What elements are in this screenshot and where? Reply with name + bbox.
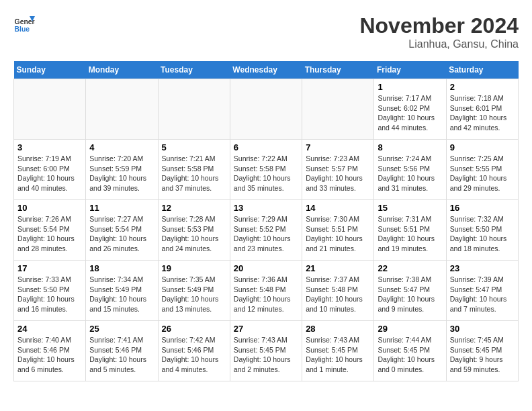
week-row-1: 1Sunrise: 7:17 AM Sunset: 6:02 PM Daylig… [14, 79, 519, 140]
day-info: Sunrise: 7:37 AM Sunset: 5:48 PM Dayligh… [306, 275, 370, 314]
day-info: Sunrise: 7:30 AM Sunset: 5:51 PM Dayligh… [306, 214, 370, 254]
calendar-cell: 7Sunrise: 7:23 AM Sunset: 5:57 PM Daylig… [302, 140, 374, 200]
calendar-cell: 21Sunrise: 7:37 AM Sunset: 5:48 PM Dayli… [302, 261, 374, 321]
calendar-cell: 27Sunrise: 7:43 AM Sunset: 5:45 PM Dayli… [230, 321, 302, 381]
calendar-cell: 3Sunrise: 7:19 AM Sunset: 6:00 PM Daylig… [14, 140, 86, 200]
day-info: Sunrise: 7:42 AM Sunset: 5:46 PM Dayligh… [162, 335, 226, 375]
weekday-header-tuesday: Tuesday [158, 61, 230, 79]
calendar-cell: 15Sunrise: 7:31 AM Sunset: 5:51 PM Dayli… [374, 200, 446, 261]
weekday-header-wednesday: Wednesday [230, 61, 302, 79]
day-info: Sunrise: 7:39 AM Sunset: 5:47 PM Dayligh… [450, 275, 515, 314]
logo: General Blue [13, 13, 38, 35]
calendar-cell: 12Sunrise: 7:28 AM Sunset: 5:53 PM Dayli… [158, 200, 230, 261]
calendar-cell: 11Sunrise: 7:27 AM Sunset: 5:54 PM Dayli… [86, 200, 158, 261]
day-info: Sunrise: 7:33 AM Sunset: 5:50 PM Dayligh… [17, 275, 82, 314]
day-number: 20 [234, 263, 298, 273]
day-number: 7 [306, 142, 370, 152]
week-row-5: 24Sunrise: 7:40 AM Sunset: 5:46 PM Dayli… [14, 321, 519, 381]
calendar-cell: 6Sunrise: 7:22 AM Sunset: 5:58 PM Daylig… [230, 140, 302, 200]
day-info: Sunrise: 7:28 AM Sunset: 5:53 PM Dayligh… [162, 214, 226, 254]
location: Lianhua, Gansu, China [359, 38, 519, 50]
day-number: 27 [234, 324, 298, 334]
day-number: 4 [89, 142, 154, 152]
day-number: 6 [234, 142, 298, 152]
day-number: 13 [234, 203, 298, 213]
calendar-cell: 13Sunrise: 7:29 AM Sunset: 5:52 PM Dayli… [230, 200, 302, 261]
day-info: Sunrise: 7:45 AM Sunset: 5:45 PM Dayligh… [450, 335, 515, 375]
calendar-cell: 24Sunrise: 7:40 AM Sunset: 5:46 PM Dayli… [14, 321, 86, 381]
calendar-cell: 18Sunrise: 7:34 AM Sunset: 5:49 PM Dayli… [86, 261, 158, 321]
day-number: 19 [162, 263, 226, 273]
day-number: 25 [89, 324, 154, 334]
week-row-4: 17Sunrise: 7:33 AM Sunset: 5:50 PM Dayli… [14, 261, 519, 321]
day-number: 15 [378, 203, 442, 213]
day-info: Sunrise: 7:34 AM Sunset: 5:49 PM Dayligh… [89, 275, 154, 314]
svg-text:Blue: Blue [15, 26, 30, 33]
day-info: Sunrise: 7:21 AM Sunset: 5:58 PM Dayligh… [162, 154, 226, 193]
day-number: 22 [378, 263, 442, 273]
day-info: Sunrise: 7:25 AM Sunset: 5:55 PM Dayligh… [450, 154, 515, 193]
calendar-cell: 30Sunrise: 7:45 AM Sunset: 5:45 PM Dayli… [446, 321, 518, 381]
calendar-cell: 20Sunrise: 7:36 AM Sunset: 5:48 PM Dayli… [230, 261, 302, 321]
calendar-cell: 28Sunrise: 7:43 AM Sunset: 5:45 PM Dayli… [302, 321, 374, 381]
calendar-cell: 17Sunrise: 7:33 AM Sunset: 5:50 PM Dayli… [14, 261, 86, 321]
title-block: November 2024 Lianhua, Gansu, China [359, 13, 519, 50]
day-number: 17 [17, 263, 82, 273]
day-number: 18 [89, 263, 154, 273]
day-info: Sunrise: 7:29 AM Sunset: 5:52 PM Dayligh… [234, 214, 298, 254]
day-info: Sunrise: 7:24 AM Sunset: 5:56 PM Dayligh… [378, 154, 442, 193]
calendar-cell: 26Sunrise: 7:42 AM Sunset: 5:46 PM Dayli… [158, 321, 230, 381]
day-number: 1 [378, 82, 442, 92]
day-info: Sunrise: 7:20 AM Sunset: 5:59 PM Dayligh… [89, 154, 154, 193]
calendar-cell: 1Sunrise: 7:17 AM Sunset: 6:02 PM Daylig… [374, 79, 446, 140]
calendar-cell: 16Sunrise: 7:32 AM Sunset: 5:50 PM Dayli… [446, 200, 518, 261]
calendar-cell: 23Sunrise: 7:39 AM Sunset: 5:47 PM Dayli… [446, 261, 518, 321]
day-info: Sunrise: 7:44 AM Sunset: 5:45 PM Dayligh… [378, 335, 442, 375]
page-header: General Blue November 2024 Lianhua, Gans… [13, 13, 519, 50]
day-info: Sunrise: 7:18 AM Sunset: 6:01 PM Dayligh… [450, 93, 515, 133]
day-number: 14 [306, 203, 370, 213]
calendar-cell: 4Sunrise: 7:20 AM Sunset: 5:59 PM Daylig… [86, 140, 158, 200]
day-info: Sunrise: 7:32 AM Sunset: 5:50 PM Dayligh… [450, 214, 515, 254]
calendar-cell [230, 79, 302, 140]
day-info: Sunrise: 7:41 AM Sunset: 5:46 PM Dayligh… [89, 335, 154, 375]
week-row-3: 10Sunrise: 7:26 AM Sunset: 5:54 PM Dayli… [14, 200, 519, 261]
calendar-cell [86, 79, 158, 140]
calendar-cell: 5Sunrise: 7:21 AM Sunset: 5:58 PM Daylig… [158, 140, 230, 200]
day-info: Sunrise: 7:23 AM Sunset: 5:57 PM Dayligh… [306, 154, 370, 193]
calendar-cell: 14Sunrise: 7:30 AM Sunset: 5:51 PM Dayli… [302, 200, 374, 261]
calendar-table: SundayMondayTuesdayWednesdayThursdayFrid… [13, 61, 519, 381]
weekday-header-monday: Monday [86, 61, 158, 79]
day-number: 23 [450, 263, 515, 273]
logo-icon: General Blue [13, 13, 35, 35]
day-info: Sunrise: 7:19 AM Sunset: 6:00 PM Dayligh… [17, 154, 82, 193]
calendar-cell [158, 79, 230, 140]
calendar-cell: 9Sunrise: 7:25 AM Sunset: 5:55 PM Daylig… [446, 140, 518, 200]
weekday-header-saturday: Saturday [446, 61, 518, 79]
month-title: November 2024 [359, 13, 519, 38]
day-number: 16 [450, 203, 515, 213]
weekday-header-friday: Friday [374, 61, 446, 79]
day-number: 2 [450, 82, 515, 92]
calendar-cell: 8Sunrise: 7:24 AM Sunset: 5:56 PM Daylig… [374, 140, 446, 200]
weekday-header-row: SundayMondayTuesdayWednesdayThursdayFrid… [14, 61, 519, 79]
day-info: Sunrise: 7:22 AM Sunset: 5:58 PM Dayligh… [234, 154, 298, 193]
day-number: 10 [17, 203, 82, 213]
day-number: 12 [162, 203, 226, 213]
week-row-2: 3Sunrise: 7:19 AM Sunset: 6:00 PM Daylig… [14, 140, 519, 200]
day-number: 3 [17, 142, 82, 152]
day-number: 9 [450, 142, 515, 152]
weekday-header-sunday: Sunday [14, 61, 86, 79]
day-number: 28 [306, 324, 370, 334]
day-number: 8 [378, 142, 442, 152]
day-number: 21 [306, 263, 370, 273]
day-number: 26 [162, 324, 226, 334]
calendar-cell [302, 79, 374, 140]
day-info: Sunrise: 7:40 AM Sunset: 5:46 PM Dayligh… [17, 335, 82, 375]
day-info: Sunrise: 7:27 AM Sunset: 5:54 PM Dayligh… [89, 214, 154, 254]
day-number: 11 [89, 203, 154, 213]
day-number: 5 [162, 142, 226, 152]
calendar-cell: 19Sunrise: 7:35 AM Sunset: 5:49 PM Dayli… [158, 261, 230, 321]
day-info: Sunrise: 7:38 AM Sunset: 5:47 PM Dayligh… [378, 275, 442, 314]
calendar-cell: 22Sunrise: 7:38 AM Sunset: 5:47 PM Dayli… [374, 261, 446, 321]
